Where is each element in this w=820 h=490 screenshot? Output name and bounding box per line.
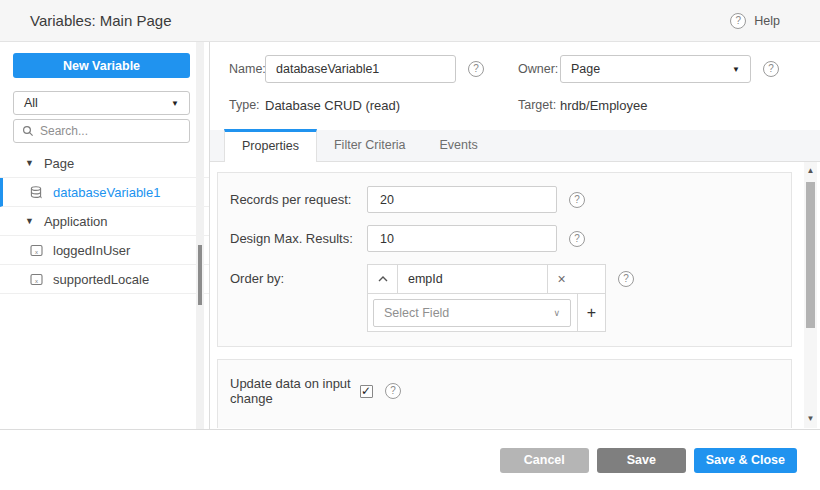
variables-sidebar: New Variable All ▼ ▼ Page bbox=[0, 42, 210, 429]
tree-item-label: loggedInUser bbox=[53, 243, 130, 258]
new-variable-button[interactable]: New Variable bbox=[13, 53, 190, 78]
order-by-field-input[interactable] bbox=[398, 265, 547, 293]
behavior-settings-section: Update data on input change ? Request da… bbox=[217, 359, 792, 428]
variable-icon: x bbox=[30, 273, 43, 286]
type-value: Database CRUD (read) bbox=[265, 98, 456, 113]
variable-filter-value: All bbox=[24, 96, 38, 110]
target-value: hrdb/Employee bbox=[560, 98, 647, 113]
owner-help-icon[interactable]: ? bbox=[763, 61, 779, 77]
select-field-placeholder: Select Field bbox=[384, 306, 449, 320]
tab-filter-criteria[interactable]: Filter Criteria bbox=[317, 129, 423, 161]
database-variable-icon bbox=[30, 186, 43, 199]
order-by-label: Order by: bbox=[230, 271, 367, 286]
tree-item-loggedinuser[interactable]: x loggedInUser bbox=[0, 236, 209, 265]
records-help-icon[interactable]: ? bbox=[569, 192, 585, 208]
order-by-control: × Select Field ∨ + bbox=[367, 264, 606, 332]
tab-bar: Properties Filter Criteria Events bbox=[210, 130, 820, 162]
properties-tab-content: Records per request: ? Design Max. Resul… bbox=[210, 162, 820, 428]
name-input[interactable] bbox=[265, 55, 456, 83]
help-label: Help bbox=[754, 14, 780, 28]
tree-group-label: Page bbox=[44, 156, 74, 171]
page-title: Variables: Main Page bbox=[30, 12, 171, 29]
add-order-field-button[interactable]: + bbox=[577, 294, 605, 331]
design-max-results-label: Design Max. Results: bbox=[230, 231, 367, 246]
search-input[interactable] bbox=[40, 124, 170, 138]
save-and-close-button[interactable]: Save & Close bbox=[694, 448, 797, 473]
svg-text:x: x bbox=[35, 249, 38, 255]
variables-dialog: Variables: Main Page ? Help New Variable… bbox=[0, 0, 820, 490]
tree-group-label: Application bbox=[44, 214, 108, 229]
tab-properties[interactable]: Properties bbox=[224, 129, 317, 162]
design-max-results-input[interactable] bbox=[367, 225, 557, 252]
order-by-help-icon[interactable]: ? bbox=[618, 271, 634, 287]
sidebar-scrollbar-thumb[interactable] bbox=[198, 245, 202, 305]
variable-icon: x bbox=[30, 244, 43, 257]
help-link[interactable]: ? Help bbox=[730, 13, 780, 29]
help-circle-icon: ? bbox=[730, 13, 746, 29]
tree-item-supportedlocale[interactable]: x supportedLocale bbox=[0, 265, 209, 294]
sort-direction-toggle[interactable] bbox=[368, 265, 398, 293]
remove-order-field-button[interactable]: × bbox=[547, 265, 575, 293]
variables-tree: ▼ Page databaseVariable1 ▼ Application x bbox=[0, 149, 209, 294]
variable-detail-panel: Name:* ? Owner:* Page ▼ ? Type: Database… bbox=[210, 42, 820, 429]
search-icon bbox=[22, 125, 34, 137]
tree-group-application[interactable]: ▼ Application bbox=[0, 207, 209, 236]
name-help-icon[interactable]: ? bbox=[468, 61, 484, 77]
scroll-down-arrow-icon[interactable]: ▼ bbox=[804, 412, 817, 426]
dialog-header: Variables: Main Page ? Help bbox=[0, 0, 820, 42]
chevron-down-icon: ∨ bbox=[553, 308, 560, 318]
type-label: Type: bbox=[229, 98, 265, 112]
select-field-dropdown[interactable]: Select Field ∨ bbox=[373, 299, 571, 327]
data-settings-section: Records per request: ? Design Max. Resul… bbox=[217, 172, 792, 347]
dialog-footer: Cancel Save Save & Close bbox=[0, 429, 820, 490]
design-max-help-icon[interactable]: ? bbox=[569, 231, 585, 247]
owner-value: Page bbox=[571, 62, 600, 76]
sidebar-scrollbar[interactable] bbox=[196, 42, 204, 429]
target-label: Target: bbox=[518, 98, 560, 112]
records-per-request-input[interactable] bbox=[367, 186, 557, 213]
update-on-change-label: Update data on input change bbox=[230, 376, 360, 406]
variable-search-box[interactable] bbox=[13, 119, 190, 143]
tree-item-databasevariable1[interactable]: databaseVariable1 bbox=[0, 178, 209, 207]
content-scrollbar[interactable]: ▲ ▼ bbox=[804, 162, 817, 428]
chevron-down-icon: ▼ bbox=[25, 158, 34, 168]
tree-item-label: supportedLocale bbox=[53, 272, 149, 287]
owner-select[interactable]: Page ▼ bbox=[560, 55, 751, 83]
update-on-change-checkbox[interactable] bbox=[360, 385, 373, 398]
save-button[interactable]: Save bbox=[597, 448, 686, 473]
owner-label: Owner:* bbox=[518, 62, 560, 76]
tab-events[interactable]: Events bbox=[423, 129, 495, 161]
cancel-button[interactable]: Cancel bbox=[500, 448, 589, 473]
content-scrollbar-thumb[interactable] bbox=[806, 182, 815, 328]
tree-item-label: databaseVariable1 bbox=[53, 185, 160, 200]
records-per-request-label: Records per request: bbox=[230, 192, 367, 207]
dropdown-caret-icon: ▼ bbox=[732, 65, 740, 74]
update-on-change-help-icon[interactable]: ? bbox=[385, 383, 401, 399]
chevron-down-icon: ▼ bbox=[25, 216, 34, 226]
tree-group-page[interactable]: ▼ Page bbox=[0, 149, 209, 178]
name-label: Name:* bbox=[229, 62, 265, 76]
dropdown-caret-icon: ▼ bbox=[171, 99, 179, 108]
variable-filter-select[interactable]: All ▼ bbox=[13, 91, 190, 115]
scroll-up-arrow-icon[interactable]: ▲ bbox=[804, 164, 817, 178]
chevron-up-icon bbox=[378, 276, 388, 282]
variable-meta: Name:* ? Owner:* Page ▼ ? Type: Database… bbox=[210, 42, 820, 115]
svg-text:x: x bbox=[35, 278, 38, 284]
